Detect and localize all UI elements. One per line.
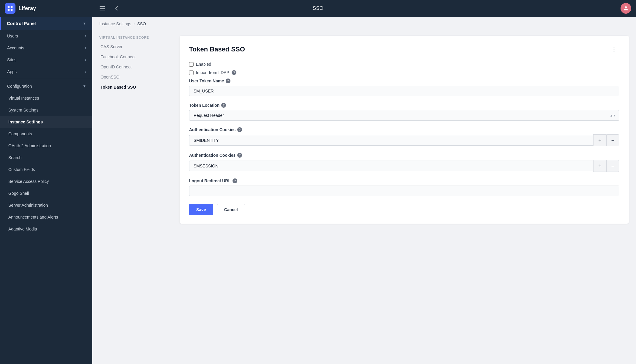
sidebar-item-instance-settings[interactable]: Instance Settings [0,116,92,128]
token-location-label: Token Location ? [189,103,619,108]
breadcrumb-separator: › [134,22,135,26]
import-ldap-help-icon[interactable]: ? [232,70,236,75]
auth-cookies-2-action-btns: + − [593,160,619,172]
form-card: Token Based SSO ⋮ Enabled Import from LD… [180,36,629,224]
svg-point-7 [625,6,627,8]
import-ldap-label: Import from LDAP [196,70,229,75]
cancel-button[interactable]: Cancel [217,204,245,215]
sidebar-item-search[interactable]: Search [0,152,92,164]
svg-rect-2 [8,9,10,11]
token-location-help-icon[interactable]: ? [221,103,226,108]
sites-chevron: › [85,58,86,62]
auth-cookies-1-remove-button[interactable]: − [606,134,619,146]
logout-redirect-url-label: Logout Redirect URL ? [189,178,619,183]
auth-cookies-1-input[interactable] [189,135,593,146]
secondary-nav-section-label: VIRTUAL INSTANCE SCOPE [99,36,168,39]
sidebar: Control Panel ▼ Users › Accounts › Sites… [0,17,92,364]
auth-cookies-2-add-button[interactable]: + [593,160,606,172]
auth-cookies-1-group: Authentication Cookies ? + − [189,127,619,146]
logout-redirect-url-input[interactable] [189,186,619,196]
user-token-name-group: User Token Name ? [189,79,619,96]
import-ldap-checkbox-group: Import from LDAP ? [189,70,619,75]
avatar-icon [623,5,629,11]
user-token-name-help-icon[interactable]: ? [226,79,230,83]
auth-cookies-2-input[interactable] [189,161,593,171]
svg-rect-5 [100,8,105,9]
configuration-chevron: ▼ [83,84,86,88]
svg-rect-6 [100,10,105,10]
breadcrumb: Instance Settings › SSO [92,17,636,31]
sidebar-item-sites[interactable]: Sites › [0,54,92,66]
auth-cookies-1-add-button[interactable]: + [593,134,606,146]
secondary-nav-opensso[interactable]: OpenSSO [97,72,168,82]
sidebar-item-users[interactable]: Users › [0,30,92,42]
sidebar-divider-1 [0,79,92,79]
user-token-name-label: User Token Name ? [189,79,619,83]
sidebar-item-system-settings[interactable]: System Settings [0,104,92,116]
enabled-checkbox-group: Enabled [189,62,619,67]
sidebar-item-gogo-shell[interactable]: Gogo Shell [0,187,92,199]
main-layout: Control Panel ▼ Users › Accounts › Sites… [0,17,636,364]
auth-cookies-1-input-row: + − [189,134,619,146]
sidebar-toggle-button[interactable] [97,3,108,14]
topbar-center [97,3,621,14]
users-chevron: › [85,34,86,38]
sidebar-item-components[interactable]: Components [0,128,92,140]
token-location-select-wrapper: Request Header HTTP Header Cookie ▲▼ [189,110,619,121]
logout-redirect-url-help-icon[interactable]: ? [233,178,237,183]
user-token-name-input[interactable] [189,86,619,96]
secondary-nav: VIRTUAL INSTANCE SCOPE CAS Server Facebo… [92,31,172,364]
auth-cookies-1-help-icon[interactable]: ? [237,127,242,132]
logo-icon [5,3,15,14]
control-panel-chevron: ▼ [83,21,86,26]
sidebar-item-oauth2[interactable]: OAuth 2 Administration [0,140,92,152]
more-options-button[interactable]: ⋮ [609,44,619,55]
back-button[interactable] [111,3,122,14]
auth-cookies-2-help-icon[interactable]: ? [237,153,242,158]
auth-cookies-2-remove-button[interactable]: − [606,160,619,172]
sidebar-item-server-admin[interactable]: Server Administration [0,199,92,211]
accounts-chevron: › [85,46,86,50]
auth-cookies-1-action-btns: + − [593,134,619,146]
avatar[interactable] [621,3,631,14]
back-icon [115,6,118,11]
sidebar-item-adaptive-media[interactable]: Adaptive Media [0,223,92,235]
token-location-select[interactable]: Request Header HTTP Header Cookie [189,110,619,121]
content-area: Instance Settings › SSO VIRTUAL INSTANCE… [92,17,636,364]
logo-text: Liferay [18,5,36,12]
sidebar-item-announcements[interactable]: Announcements and Alerts [0,211,92,223]
token-location-group: Token Location ? Request Header HTTP Hea… [189,103,619,121]
inner-layout: VIRTUAL INSTANCE SCOPE CAS Server Facebo… [92,31,636,364]
breadcrumb-current: SSO [137,21,146,26]
secondary-nav-token-based-sso[interactable]: Token Based SSO [97,82,168,92]
auth-cookies-2-group: Authentication Cookies ? + − [189,153,619,172]
sidebar-item-accounts[interactable]: Accounts › [0,42,92,54]
form-card-header: Token Based SSO ⋮ [189,44,619,55]
secondary-nav-cas-server[interactable]: CAS Server [97,42,168,52]
form-actions: Save Cancel [189,203,619,215]
sidebar-toggle-icon [100,6,105,10]
secondary-nav-facebook-connect[interactable]: Facebook Connect [97,52,168,62]
import-ldap-checkbox[interactable] [189,70,194,75]
sidebar-item-apps[interactable]: Apps › [0,66,92,78]
control-panel-label: Control Panel [7,21,36,26]
form-panel: Token Based SSO ⋮ Enabled Import from LD… [172,31,636,364]
enabled-label[interactable]: Enabled [196,62,211,67]
logo: Liferay [5,3,97,14]
svg-rect-3 [11,9,12,11]
topbar: Liferay SSO [0,0,636,17]
control-panel-header[interactable]: Control Panel ▼ [0,17,92,30]
form-title: Token Based SSO [189,46,245,53]
enabled-checkbox[interactable] [189,62,194,67]
breadcrumb-parent[interactable]: Instance Settings [99,21,131,26]
logout-redirect-url-group: Logout Redirect URL ? [189,178,619,196]
svg-rect-1 [11,6,12,8]
sidebar-item-service-access-policy[interactable]: Service Access Policy [0,175,92,187]
sidebar-item-configuration[interactable]: Configuration ▼ [0,80,92,92]
secondary-nav-openid-connect[interactable]: OpenID Connect [97,62,168,72]
save-button[interactable]: Save [189,204,213,215]
sidebar-item-custom-fields[interactable]: Custom Fields [0,164,92,175]
auth-cookies-2-label: Authentication Cookies ? [189,153,619,158]
page-title: SSO [313,5,324,11]
sidebar-item-virtual-instances[interactable]: Virtual Instances [0,92,92,104]
